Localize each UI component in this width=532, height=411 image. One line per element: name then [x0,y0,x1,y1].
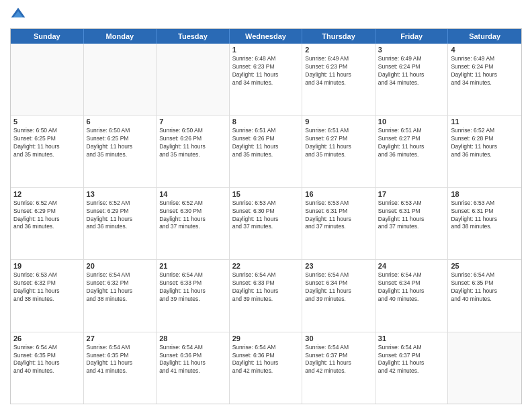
calendar-cell-r2c3: 15Sunrise: 6:53 AM Sunset: 6:30 PM Dayli… [230,188,303,259]
calendar: SundayMondayTuesdayWednesdayThursdayFrid… [10,28,522,404]
calendar-cell-r3c1: 20Sunrise: 6:54 AM Sunset: 6:32 PM Dayli… [84,260,157,331]
day-number: 22 [232,262,300,270]
day-info: Sunrise: 6:52 AM Sunset: 6:29 PM Dayligh… [87,199,154,232]
calendar-body: 1Sunrise: 6:48 AM Sunset: 6:23 PM Daylig… [11,44,521,404]
calendar-cell-r1c3: 8Sunrise: 6:51 AM Sunset: 6:26 PM Daylig… [230,116,303,187]
day-number: 15 [232,190,300,198]
weekday-header-thursday: Thursday [302,29,375,44]
calendar-cell-r3c4: 23Sunrise: 6:54 AM Sunset: 6:34 PM Dayli… [302,260,375,331]
day-number: 26 [13,334,81,342]
day-number: 31 [378,334,445,342]
day-info: Sunrise: 6:52 AM Sunset: 6:29 PM Dayligh… [13,199,81,232]
calendar-cell-r3c2: 21Sunrise: 6:54 AM Sunset: 6:33 PM Dayli… [157,260,230,331]
day-number: 12 [13,190,81,198]
day-info: Sunrise: 6:53 AM Sunset: 6:31 PM Dayligh… [451,199,519,232]
weekday-header-sunday: Sunday [11,29,84,44]
calendar-cell-r1c6: 11Sunrise: 6:52 AM Sunset: 6:28 PM Dayli… [448,116,521,187]
calendar-cell-r0c2 [157,44,230,115]
calendar-cell-r4c1: 27Sunrise: 6:54 AM Sunset: 6:35 PM Dayli… [84,332,157,404]
day-number: 7 [159,118,226,126]
day-number: 17 [378,190,445,198]
calendar-cell-r4c3: 29Sunrise: 6:54 AM Sunset: 6:36 PM Dayli… [230,332,303,404]
calendar-cell-r2c6: 18Sunrise: 6:53 AM Sunset: 6:31 PM Dayli… [448,188,521,259]
calendar-row-2: 12Sunrise: 6:52 AM Sunset: 6:29 PM Dayli… [11,187,521,259]
day-info: Sunrise: 6:54 AM Sunset: 6:36 PM Dayligh… [232,344,300,376]
calendar-row-3: 19Sunrise: 6:53 AM Sunset: 6:32 PM Dayli… [11,259,521,331]
logo-icon [10,7,26,23]
day-info: Sunrise: 6:51 AM Sunset: 6:26 PM Dayligh… [232,127,300,159]
day-number: 5 [13,118,81,126]
day-info: Sunrise: 6:52 AM Sunset: 6:28 PM Dayligh… [451,127,519,159]
calendar-cell-r3c6: 25Sunrise: 6:54 AM Sunset: 6:35 PM Dayli… [448,260,521,331]
day-info: Sunrise: 6:53 AM Sunset: 6:31 PM Dayligh… [378,199,445,232]
day-number: 10 [378,118,445,126]
header [10,7,522,23]
calendar-cell-r1c1: 6Sunrise: 6:50 AM Sunset: 6:25 PM Daylig… [84,116,157,187]
day-info: Sunrise: 6:54 AM Sunset: 6:33 PM Dayligh… [232,271,300,304]
day-info: Sunrise: 6:51 AM Sunset: 6:27 PM Dayligh… [378,127,445,159]
day-number: 19 [13,262,81,270]
day-number: 6 [87,118,154,126]
calendar-cell-r1c4: 9Sunrise: 6:51 AM Sunset: 6:27 PM Daylig… [302,116,375,187]
day-info: Sunrise: 6:50 AM Sunset: 6:25 PM Dayligh… [87,127,154,159]
day-info: Sunrise: 6:54 AM Sunset: 6:32 PM Dayligh… [87,271,154,304]
day-number: 8 [232,118,300,126]
day-info: Sunrise: 6:53 AM Sunset: 6:31 PM Dayligh… [305,199,372,232]
day-info: Sunrise: 6:54 AM Sunset: 6:37 PM Dayligh… [305,344,372,376]
calendar-cell-r1c5: 10Sunrise: 6:51 AM Sunset: 6:27 PM Dayli… [375,116,449,187]
day-info: Sunrise: 6:54 AM Sunset: 6:34 PM Dayligh… [305,271,372,304]
calendar-cell-r2c4: 16Sunrise: 6:53 AM Sunset: 6:31 PM Dayli… [302,188,375,259]
day-info: Sunrise: 6:51 AM Sunset: 6:27 PM Dayligh… [305,127,372,159]
calendar-cell-r1c2: 7Sunrise: 6:50 AM Sunset: 6:26 PM Daylig… [157,116,230,187]
day-info: Sunrise: 6:53 AM Sunset: 6:32 PM Dayligh… [13,271,81,304]
calendar-cell-r4c2: 28Sunrise: 6:54 AM Sunset: 6:36 PM Dayli… [157,332,230,404]
day-info: Sunrise: 6:50 AM Sunset: 6:26 PM Dayligh… [159,127,226,159]
calendar-cell-r4c6 [448,332,521,404]
calendar-cell-r1c0: 5Sunrise: 6:50 AM Sunset: 6:25 PM Daylig… [11,116,84,187]
weekday-header-wednesday: Wednesday [230,29,303,44]
day-info: Sunrise: 6:54 AM Sunset: 6:35 PM Dayligh… [451,271,519,304]
day-number: 27 [87,334,154,342]
calendar-cell-r3c0: 19Sunrise: 6:53 AM Sunset: 6:32 PM Dayli… [11,260,84,331]
day-number: 13 [87,190,154,198]
day-number: 4 [451,46,519,54]
calendar-cell-r0c1 [84,44,157,115]
day-info: Sunrise: 6:50 AM Sunset: 6:25 PM Dayligh… [13,127,81,159]
day-number: 16 [305,190,372,198]
day-number: 24 [378,262,445,270]
day-number: 29 [232,334,300,342]
page: SundayMondayTuesdayWednesdayThursdayFrid… [0,0,532,411]
logo [10,7,29,23]
calendar-cell-r4c5: 31Sunrise: 6:54 AM Sunset: 6:37 PM Dayli… [375,332,449,404]
day-number: 14 [159,190,226,198]
day-info: Sunrise: 6:49 AM Sunset: 6:23 PM Dayligh… [305,55,372,87]
day-number: 2 [305,46,372,54]
weekday-header-tuesday: Tuesday [157,29,230,44]
day-info: Sunrise: 6:54 AM Sunset: 6:34 PM Dayligh… [378,271,445,304]
day-number: 28 [159,334,226,342]
weekday-header-monday: Monday [84,29,157,44]
calendar-row-4: 26Sunrise: 6:54 AM Sunset: 6:35 PM Dayli… [11,332,521,404]
day-number: 25 [451,262,519,270]
day-number: 11 [451,118,519,126]
calendar-cell-r2c2: 14Sunrise: 6:52 AM Sunset: 6:30 PM Dayli… [157,188,230,259]
day-info: Sunrise: 6:53 AM Sunset: 6:30 PM Dayligh… [232,199,300,232]
day-number: 9 [305,118,372,126]
day-info: Sunrise: 6:49 AM Sunset: 6:24 PM Dayligh… [451,55,519,87]
calendar-cell-r4c4: 30Sunrise: 6:54 AM Sunset: 6:37 PM Dayli… [302,332,375,404]
calendar-cell-r2c1: 13Sunrise: 6:52 AM Sunset: 6:29 PM Dayli… [84,188,157,259]
day-info: Sunrise: 6:48 AM Sunset: 6:23 PM Dayligh… [232,55,300,87]
calendar-cell-r0c5: 3Sunrise: 6:49 AM Sunset: 6:24 PM Daylig… [375,44,449,115]
weekday-header-friday: Friday [375,29,449,44]
day-number: 30 [305,334,372,342]
day-number: 1 [232,46,300,54]
day-info: Sunrise: 6:52 AM Sunset: 6:30 PM Dayligh… [159,199,226,232]
calendar-cell-r3c3: 22Sunrise: 6:54 AM Sunset: 6:33 PM Dayli… [230,260,303,331]
day-number: 21 [159,262,226,270]
calendar-row-1: 5Sunrise: 6:50 AM Sunset: 6:25 PM Daylig… [11,115,521,187]
calendar-cell-r4c0: 26Sunrise: 6:54 AM Sunset: 6:35 PM Dayli… [11,332,84,404]
calendar-cell-r2c5: 17Sunrise: 6:53 AM Sunset: 6:31 PM Dayli… [375,188,449,259]
calendar-cell-r2c0: 12Sunrise: 6:52 AM Sunset: 6:29 PM Dayli… [11,188,84,259]
day-info: Sunrise: 6:49 AM Sunset: 6:24 PM Dayligh… [378,55,445,87]
day-info: Sunrise: 6:54 AM Sunset: 6:37 PM Dayligh… [378,344,445,376]
